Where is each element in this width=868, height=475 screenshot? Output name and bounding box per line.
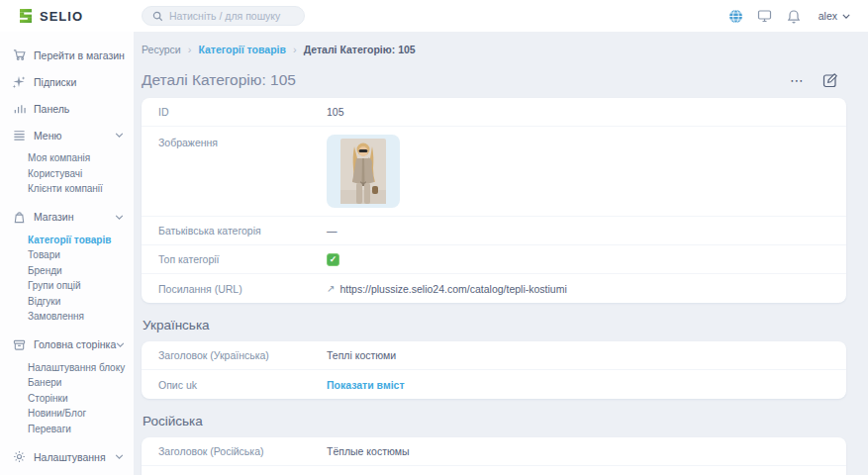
- sidebar-item-label: Панель: [34, 103, 69, 115]
- breadcrumb-current: Деталі Категорію: 105: [304, 44, 416, 55]
- sidebar-item-orders[interactable]: Замовлення: [0, 309, 134, 325]
- top-category-checkbox[interactable]: ✓: [327, 253, 339, 266]
- field-value: Тёплые костюмы: [327, 445, 410, 457]
- sidebar-item-label: Перейти в магазин: [34, 49, 125, 61]
- field-label: Батьківська категорія: [158, 225, 327, 237]
- notifications-bell-icon[interactable]: [786, 8, 802, 24]
- breadcrumb-resources[interactable]: Ресурси: [142, 44, 181, 55]
- detail-row-title-uk: Заголовок (Українська) Теплі костюми: [142, 341, 846, 370]
- detail-row-title-ru: Заголовок (Російська) Тёплые костюмы: [142, 437, 846, 466]
- chevron-down-icon: [115, 215, 124, 220]
- main-content: Ресурси › Категорії товарів › Деталі Кат…: [134, 32, 868, 475]
- breadcrumb-separator: ›: [188, 44, 192, 55]
- sidebar-item-my-company[interactable]: Моя компанія: [0, 150, 134, 166]
- sidebar-item-advantages[interactable]: Переваги: [0, 422, 134, 437]
- field-label: Опис uk: [158, 379, 327, 391]
- ukrainian-section-card: Заголовок (Українська) Теплі костюми Опи…: [142, 341, 846, 399]
- sidebar-item-dashboard[interactable]: Панель: [0, 95, 134, 122]
- field-value: —: [327, 225, 338, 237]
- external-link-icon: ↗: [327, 283, 335, 294]
- field-label: ID: [158, 106, 327, 118]
- detail-row-image: Зображення: [142, 127, 846, 217]
- sidebar-item-reviews[interactable]: Відгуки: [0, 294, 134, 310]
- user-name: alex: [819, 10, 837, 22]
- search-input[interactable]: [169, 10, 288, 22]
- field-label: Заголовок (Російська): [158, 445, 327, 457]
- sidebar-item-menu[interactable]: Меню: [0, 122, 134, 148]
- sidebar-item-label: Налаштування: [34, 451, 106, 463]
- sidebar-item-banners[interactable]: Банери: [0, 375, 134, 391]
- section-title-russian: Російська: [143, 414, 846, 428]
- url-text: https://plussize.selio24.com/catalog/tep…: [339, 283, 566, 295]
- page-title: Деталі Категорію: 105: [142, 71, 296, 89]
- chevron-down-icon: [842, 14, 850, 19]
- sidebar-item-option-groups[interactable]: Групи опцій: [0, 278, 134, 294]
- sidebar-nav: Перейти в магазин Підписки Панель Меню: [0, 32, 134, 475]
- chevron-down-icon: [115, 133, 124, 138]
- search-icon: [152, 11, 163, 22]
- category-url-link[interactable]: ↗ https://plussize.selio24.com/catalog/t…: [327, 283, 567, 295]
- sidebar-item-store[interactable]: Магазин: [0, 204, 134, 231]
- breadcrumb-product-categories[interactable]: Категорії товарів: [198, 44, 286, 55]
- detail-row-parent-category: Батьківська категорія —: [142, 217, 846, 245]
- sidebar-item-label: Головна сторінка: [34, 338, 116, 350]
- logo-text: SELIO: [40, 9, 83, 24]
- chevron-down-icon: [116, 342, 125, 347]
- field-label: Зображення: [158, 135, 327, 148]
- field-label: Топ категорії: [158, 253, 327, 265]
- sidebar-item-go-to-store[interactable]: Перейти в магазин: [0, 42, 134, 68]
- detail-row-url: Посилання (URL) ↗ https://plussize.selio…: [142, 274, 846, 303]
- sparkles-icon: [12, 75, 26, 89]
- archive-box-icon: [12, 337, 26, 351]
- detail-row-description-ru: Опис ru Показати вміст: [142, 466, 846, 475]
- cart-icon: [12, 48, 26, 62]
- breadcrumb: Ресурси › Категорії товарів › Деталі Кат…: [142, 44, 846, 55]
- top-header: SELIO: [0, 0, 868, 32]
- more-actions-button[interactable]: ⋯: [790, 75, 805, 85]
- edit-pencil-icon: [822, 72, 838, 88]
- sidebar-item-products[interactable]: Товари: [0, 247, 134, 263]
- edit-button[interactable]: [822, 72, 838, 88]
- language-globe-icon[interactable]: [728, 8, 744, 24]
- section-title-ukrainian: Українська: [143, 318, 846, 332]
- field-label: Посилання (URL): [158, 283, 327, 295]
- detail-row-id: ID 105: [142, 98, 846, 127]
- field-value: 105: [327, 106, 344, 118]
- category-image-thumbnail[interactable]: [327, 135, 400, 208]
- selio-logo-icon: [18, 8, 34, 24]
- sidebar-item-brands[interactable]: Бренди: [0, 263, 134, 279]
- sidebar-item-users[interactable]: Користувачі: [0, 166, 134, 182]
- sidebar-item-pages[interactable]: Сторінки: [0, 391, 134, 407]
- detail-row-description-uk: Опис uk Показати вміст: [142, 370, 846, 399]
- sidebar-item-label: Магазин: [34, 211, 74, 223]
- shopping-bag-icon: [12, 210, 26, 224]
- sidebar-item-news-blog[interactable]: Новини/Блог: [0, 406, 134, 422]
- field-label: Заголовок (Українська): [158, 349, 327, 361]
- gear-icon: [12, 450, 26, 464]
- show-content-link-uk[interactable]: Показати вміст: [327, 379, 405, 391]
- bar-chart-icon: [12, 102, 26, 116]
- hamburger-menu-icon: [12, 129, 26, 142]
- sidebar-item-block-settings[interactable]: Налаштування блоку: [0, 360, 134, 376]
- app-logo[interactable]: SELIO: [0, 8, 134, 24]
- sidebar-item-label: Меню: [34, 130, 61, 142]
- sidebar-item-company-clients[interactable]: Клієнти компанії: [0, 181, 134, 197]
- display-icon[interactable]: [757, 8, 773, 24]
- sidebar-item-label: Підписки: [34, 76, 76, 88]
- store-sublist: Категорії товарів Товари Бренди Групи оп…: [0, 231, 134, 332]
- sidebar-item-settings[interactable]: Налаштування: [0, 443, 134, 470]
- sidebar-item-homepage[interactable]: Головна сторінка: [0, 332, 134, 358]
- chevron-down-icon: [115, 454, 124, 459]
- user-menu[interactable]: alex: [819, 10, 850, 22]
- category-photo: [340, 139, 386, 204]
- sidebar-item-subscriptions[interactable]: Підписки: [0, 68, 134, 95]
- sidebar-item-product-categories[interactable]: Категорії товарів: [0, 233, 134, 248]
- homepage-sublist: Налаштування блоку Банери Сторінки Новин…: [0, 358, 134, 444]
- breadcrumb-separator: ›: [293, 44, 297, 55]
- russian-section-card: Заголовок (Російська) Тёплые костюмы Опи…: [142, 437, 846, 475]
- settings-sublist: Налаштування: [0, 470, 134, 475]
- field-value: Теплі костюми: [327, 349, 396, 361]
- global-search[interactable]: [142, 6, 305, 26]
- detail-row-top-category: Топ категорії ✓: [142, 245, 846, 274]
- category-details-card: ID 105 Зображення: [142, 98, 846, 303]
